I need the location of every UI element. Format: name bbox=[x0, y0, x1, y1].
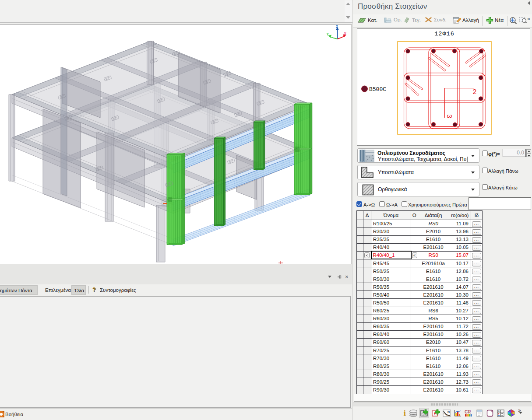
svg-text:CR: CR bbox=[465, 410, 471, 414]
svg-text:B500C: B500C bbox=[369, 86, 386, 93]
svg-text:3: 3 bbox=[445, 114, 453, 119]
svg-text:i: i bbox=[404, 410, 406, 417]
svg-text:X: X bbox=[344, 32, 347, 36]
svg-text:Y: Y bbox=[327, 32, 329, 37]
svg-text:Z: Z bbox=[336, 25, 338, 29]
svg-text:%: % bbox=[498, 410, 500, 412]
svg-text:2: 2 bbox=[472, 88, 477, 96]
svg-text:N: N bbox=[447, 410, 450, 413]
svg-text:12Φ16: 12Φ16 bbox=[434, 31, 454, 37]
